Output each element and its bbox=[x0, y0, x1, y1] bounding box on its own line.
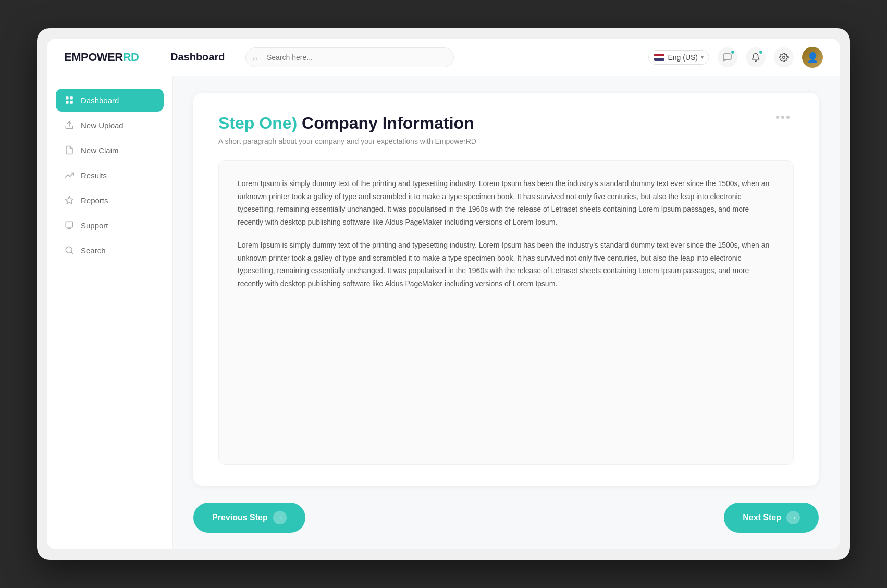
avatar[interactable]: 👤 bbox=[802, 47, 823, 68]
sidebar: Dashboard New Upload New Claim bbox=[47, 76, 173, 549]
content-card: Step One) Company Information A short pa… bbox=[193, 93, 819, 486]
content-area: Step One) Company Information A short pa… bbox=[173, 76, 840, 549]
arrow-right-icon: → bbox=[273, 511, 287, 524]
header: EMPOWERRD Dashboard ⌕ Eng (US) ▾ bbox=[47, 39, 840, 76]
sidebar-item-search[interactable]: Search bbox=[56, 239, 164, 262]
lang-selector[interactable]: Eng (US) ▾ bbox=[648, 50, 709, 65]
logo-rd-text: RD bbox=[123, 51, 139, 64]
settings-button[interactable] bbox=[774, 47, 794, 67]
chevron-down-icon: ▾ bbox=[701, 54, 704, 60]
svg-rect-2 bbox=[70, 96, 73, 99]
info-box: Lorem Ipsum is simply dummy text of the … bbox=[218, 160, 794, 465]
chart-icon bbox=[64, 170, 75, 180]
next-step-label: Next Step bbox=[743, 513, 781, 522]
sidebar-item-new-claim[interactable]: New Claim bbox=[56, 139, 164, 162]
notifications-button[interactable] bbox=[746, 47, 766, 67]
sidebar-item-label: Search bbox=[81, 246, 106, 255]
arrow-right-icon: → bbox=[786, 511, 800, 524]
app-container: EMPOWERRD Dashboard ⌕ Eng (US) ▾ bbox=[47, 39, 840, 549]
svg-rect-1 bbox=[66, 96, 68, 99]
device-frame: EMPOWERRD Dashboard ⌕ Eng (US) ▾ bbox=[37, 28, 850, 560]
step-title: Step One) Company Information bbox=[218, 114, 474, 133]
lang-label: Eng (US) bbox=[668, 53, 698, 62]
star-icon bbox=[64, 195, 75, 205]
upload-icon bbox=[64, 120, 75, 130]
logo: EMPOWERRD bbox=[64, 51, 158, 64]
svg-rect-4 bbox=[70, 101, 73, 104]
sidebar-item-label: Support bbox=[81, 221, 108, 230]
grid-icon bbox=[64, 95, 75, 105]
more-options-button[interactable] bbox=[772, 114, 794, 121]
sidebar-item-results[interactable]: Results bbox=[56, 164, 164, 187]
header-actions: Eng (US) ▾ 👤 bbox=[648, 47, 823, 68]
flag-icon bbox=[654, 54, 664, 61]
main-layout: Dashboard New Upload New Claim bbox=[47, 76, 840, 549]
file-icon bbox=[64, 145, 75, 155]
svg-marker-6 bbox=[66, 197, 73, 204]
previous-step-label: Previous Step bbox=[212, 513, 268, 522]
next-step-button[interactable]: Next Step → bbox=[724, 503, 819, 533]
sidebar-item-support[interactable]: Support bbox=[56, 214, 164, 237]
header-search-input[interactable] bbox=[245, 47, 454, 67]
logo-empower-text: EMPOWER bbox=[64, 51, 123, 64]
step-label: Step One) bbox=[218, 114, 297, 132]
svg-point-0 bbox=[783, 56, 785, 58]
messages-button[interactable] bbox=[718, 47, 737, 67]
header-title: Dashboard bbox=[170, 51, 233, 63]
sidebar-item-label: New Upload bbox=[81, 121, 124, 130]
sidebar-item-reports[interactable]: Reports bbox=[56, 189, 164, 212]
step-title-text: Company Information bbox=[297, 114, 474, 132]
sidebar-item-new-upload[interactable]: New Upload bbox=[56, 114, 164, 137]
paragraph-1: Lorem Ipsum is simply dummy text of the … bbox=[238, 177, 774, 228]
sidebar-item-label: Dashboard bbox=[81, 96, 119, 105]
header-search-container: ⌕ bbox=[245, 47, 454, 67]
svg-line-9 bbox=[71, 252, 72, 253]
content-footer: Previous Step → Next Step → bbox=[193, 503, 819, 533]
previous-step-button[interactable]: Previous Step → bbox=[193, 503, 305, 533]
card-header: Step One) Company Information bbox=[218, 114, 794, 133]
sidebar-item-label: New Claim bbox=[81, 146, 119, 155]
sidebar-item-label: Results bbox=[81, 171, 107, 180]
paragraph-2: Lorem Ipsum is simply dummy text of the … bbox=[238, 239, 774, 290]
notifications-badge bbox=[758, 50, 763, 55]
message-icon bbox=[64, 220, 75, 230]
sidebar-item-label: Reports bbox=[81, 196, 108, 205]
card-subtitle: A short paragraph about your company and… bbox=[218, 137, 794, 145]
gear-icon bbox=[779, 53, 789, 62]
header-search-icon: ⌕ bbox=[253, 53, 257, 62]
search-icon bbox=[64, 245, 75, 255]
svg-rect-7 bbox=[66, 222, 73, 227]
svg-rect-3 bbox=[66, 101, 68, 104]
messages-badge bbox=[730, 50, 735, 55]
sidebar-item-dashboard[interactable]: Dashboard bbox=[56, 89, 164, 112]
